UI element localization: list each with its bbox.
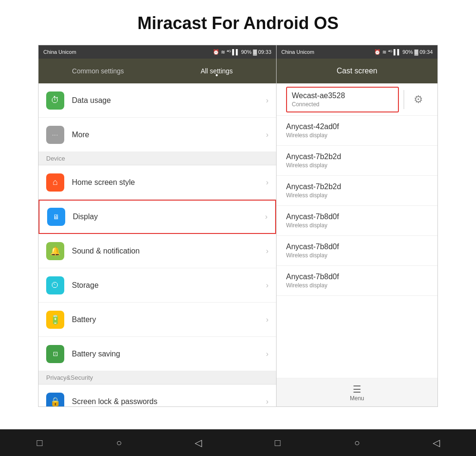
settings-item-screen-lock[interactable]: 🔒 Screen lock & passwords › [39, 385, 276, 406]
time-left: 09:33 [258, 49, 271, 55]
sound-label: Sound & notification [72, 247, 266, 255]
settings-item-display[interactable]: 🖥 Display › [39, 200, 276, 234]
screen-lock-icon: 🔒 [46, 393, 64, 407]
phones-container: China Unicom ⏰ ≋ ⁴ᴳ ▌▌ 90% ▓ 09:33 Commo… [38, 45, 438, 407]
settings-item-battery[interactable]: 🔋 Battery › [39, 303, 276, 337]
settings-item-more[interactable]: ··· More › [39, 118, 276, 152]
cast-device-2[interactable]: Anycast-7b2b2d Wireless display [277, 176, 437, 206]
nav-back-right[interactable]: ◁ [417, 437, 456, 448]
cast-divider [404, 90, 404, 109]
battery-icon: 🔋 [46, 311, 64, 329]
display-icon: 🖥 [47, 208, 65, 226]
carrier-left: China Unicom [43, 49, 76, 55]
cast-device-status-0: Wireless display [286, 132, 428, 139]
settings-item-home-screen[interactable]: ⌂ Home screen style › [39, 165, 276, 200]
status-icons-left: ⏰ ≋ ⁴ᴳ ▌▌ 90% ▓ 09:33 [213, 49, 271, 55]
cast-device-status-3: Wireless display [286, 222, 428, 229]
cast-title: Cast screen [337, 67, 377, 75]
time-right: 09:34 [419, 49, 433, 55]
cast-device-0[interactable]: Anycast-42ad0f Wireless display [277, 116, 437, 146]
data-usage-label: Data usage [72, 96, 266, 105]
tab-common-settings[interactable]: Common settings [39, 61, 158, 81]
section-device: Device [39, 152, 276, 165]
battery-left: 90% [241, 49, 251, 55]
cast-device-status-2: Wireless display [286, 192, 428, 199]
menu-icon: ☰ [353, 384, 361, 395]
cast-device-status-4: Wireless display [286, 252, 428, 259]
cast-device-status-1: Wireless display [286, 162, 428, 169]
nav-circle-right[interactable]: ○ [338, 437, 376, 448]
battery-label: Battery [72, 315, 266, 324]
arrow-sound: › [266, 247, 268, 255]
settings-item-storage[interactable]: ⏲ Storage › [39, 268, 276, 303]
battery-icon-right: ▓ [414, 49, 418, 55]
cast-device-name-5: Anycast-7b8d0f [286, 273, 428, 281]
phone-right: China Unicom ⏰ ≋ ⁴ᴳ ▌▌ 90% ▓ 09:34 Cast … [277, 45, 437, 406]
cast-device-4[interactable]: Anycast-7b8d0f Wireless display [277, 236, 437, 266]
status-signal-right: ⏰ ≋ ⁴ᴳ ▌▌ [374, 49, 401, 55]
arrow-data-usage: › [266, 96, 268, 105]
section-privacy: Privacy&Security [39, 371, 276, 385]
cast-device-name-0: Anycast-42ad0f [286, 122, 428, 131]
arrow-battery-saving: › [266, 350, 268, 358]
cast-device-name-3: Anycast-7b8d0f [286, 213, 428, 221]
status-icons-right: ⏰ ≋ ⁴ᴳ ▌▌ 90% ▓ 09:34 [374, 49, 433, 55]
arrow-display: › [265, 213, 268, 221]
arrow-battery: › [266, 315, 268, 324]
cast-list: Wecast-ae3528 Connected ⚙ Anycast-42ad0f… [277, 83, 437, 378]
cast-device-name-4: Anycast-7b8d0f [286, 243, 428, 251]
cast-menu-bottom[interactable]: ☰ Menu [277, 378, 437, 406]
settings-list: ⏱ Data usage › ··· More › Device ⌂ Ho [39, 83, 276, 406]
settings-item-battery-saving[interactable]: ⊡ Battery saving › [39, 337, 276, 371]
cast-device-status-5: Wireless display [286, 282, 428, 289]
screen-lock-label: Screen lock & passwords [72, 397, 266, 406]
menu-label: Menu [350, 395, 364, 402]
nav-circle-left[interactable]: ○ [100, 437, 138, 448]
nav-back-left[interactable]: ◁ [179, 437, 218, 448]
sound-icon: 🔔 [46, 242, 64, 260]
storage-icon: ⏲ [46, 276, 64, 294]
settings-item-data-usage[interactable]: ⏱ Data usage › [39, 83, 276, 118]
status-bar-left: China Unicom ⏰ ≋ ⁴ᴳ ▌▌ 90% ▓ 09:33 [39, 45, 276, 59]
tab-all-settings[interactable]: All settings [158, 61, 277, 81]
cast-device-name-2: Anycast-7b2b2d [286, 182, 428, 191]
home-icon: ⌂ [46, 173, 64, 192]
page-title: Miracast For Android OS [0, 0, 476, 45]
carrier-right: China Unicom [281, 49, 314, 55]
bottom-nav: □ ○ ◁ □ ○ ◁ [0, 429, 476, 456]
nav-square-right[interactable]: □ [258, 437, 297, 448]
connected-device-status: Connected [292, 101, 393, 108]
battery-icon-left: ▓ [253, 49, 257, 55]
arrow-storage: › [266, 281, 268, 290]
status-signal-left: ⏰ ≋ ⁴ᴳ ▌▌ [213, 49, 240, 55]
more-icon: ··· [46, 126, 64, 144]
data-usage-icon: ⏱ [46, 91, 64, 110]
home-screen-label: Home screen style [72, 178, 266, 187]
cast-device-name-1: Anycast-7b2b2d [286, 152, 428, 161]
phone-left: China Unicom ⏰ ≋ ⁴ᴳ ▌▌ 90% ▓ 09:33 Commo… [39, 45, 277, 406]
arrow-more: › [266, 131, 268, 139]
battery-saving-label: Battery saving [72, 350, 266, 358]
nav-header-left: Common settings All settings [39, 59, 276, 83]
storage-label: Storage [72, 281, 266, 290]
connected-device-info: Wecast-ae3528 Connected [286, 87, 399, 112]
arrow-screen-lock: › [266, 397, 268, 406]
cast-device-5[interactable]: Anycast-7b8d0f Wireless display [277, 266, 437, 296]
cast-settings-icon[interactable]: ⚙ [409, 93, 428, 106]
settings-item-sound[interactable]: 🔔 Sound & notification › [39, 234, 276, 268]
cast-device-1[interactable]: Anycast-7b2b2d Wireless display [277, 146, 437, 176]
battery-right: 90% [402, 49, 413, 55]
cast-header: Cast screen [277, 59, 437, 83]
more-label: More [72, 131, 266, 139]
arrow-home: › [266, 178, 268, 187]
display-label: Display [73, 213, 265, 221]
cast-device-3[interactable]: Anycast-7b8d0f Wireless display [277, 206, 437, 236]
nav-square-left[interactable]: □ [20, 437, 59, 448]
connected-device-name: Wecast-ae3528 [292, 91, 393, 100]
battery-saving-icon: ⊡ [46, 345, 64, 363]
connected-device-row[interactable]: Wecast-ae3528 Connected ⚙ [277, 83, 437, 116]
status-bar-right: China Unicom ⏰ ≋ ⁴ᴳ ▌▌ 90% ▓ 09:34 [277, 45, 437, 59]
